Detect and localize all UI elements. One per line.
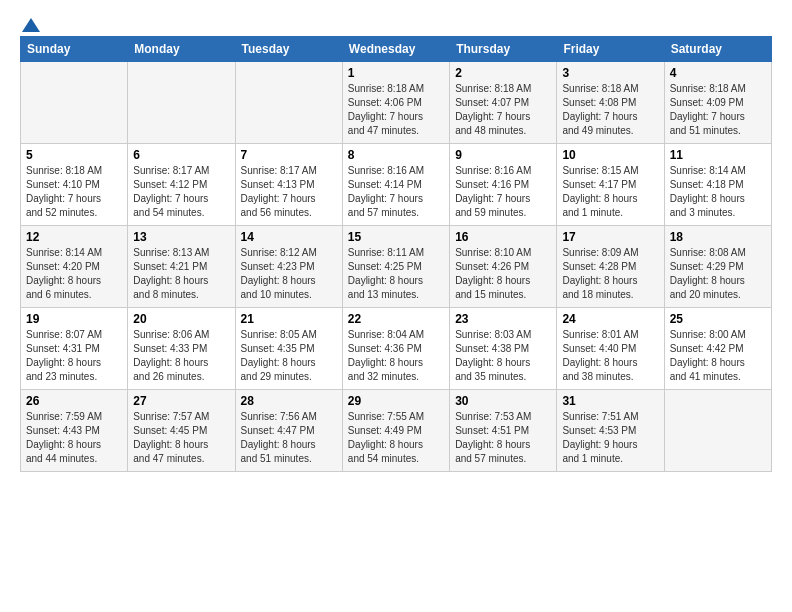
day-number: 31 bbox=[562, 394, 658, 408]
calendar-cell: 26Sunrise: 7:59 AM Sunset: 4:43 PM Dayli… bbox=[21, 390, 128, 472]
header-tuesday: Tuesday bbox=[235, 37, 342, 62]
day-info: Sunrise: 8:05 AM Sunset: 4:35 PM Dayligh… bbox=[241, 328, 337, 384]
logo-icon bbox=[22, 16, 40, 34]
calendar-cell: 11Sunrise: 8:14 AM Sunset: 4:18 PM Dayli… bbox=[664, 144, 771, 226]
calendar-cell: 13Sunrise: 8:13 AM Sunset: 4:21 PM Dayli… bbox=[128, 226, 235, 308]
day-number: 13 bbox=[133, 230, 229, 244]
day-info: Sunrise: 8:08 AM Sunset: 4:29 PM Dayligh… bbox=[670, 246, 766, 302]
day-number: 17 bbox=[562, 230, 658, 244]
day-info: Sunrise: 7:59 AM Sunset: 4:43 PM Dayligh… bbox=[26, 410, 122, 466]
day-number: 3 bbox=[562, 66, 658, 80]
calendar-header-row: SundayMondayTuesdayWednesdayThursdayFrid… bbox=[21, 37, 772, 62]
day-number: 25 bbox=[670, 312, 766, 326]
day-number: 9 bbox=[455, 148, 551, 162]
calendar: SundayMondayTuesdayWednesdayThursdayFrid… bbox=[20, 36, 772, 472]
calendar-cell: 7Sunrise: 8:17 AM Sunset: 4:13 PM Daylig… bbox=[235, 144, 342, 226]
calendar-cell: 4Sunrise: 8:18 AM Sunset: 4:09 PM Daylig… bbox=[664, 62, 771, 144]
calendar-cell: 16Sunrise: 8:10 AM Sunset: 4:26 PM Dayli… bbox=[450, 226, 557, 308]
calendar-cell: 23Sunrise: 8:03 AM Sunset: 4:38 PM Dayli… bbox=[450, 308, 557, 390]
day-info: Sunrise: 7:56 AM Sunset: 4:47 PM Dayligh… bbox=[241, 410, 337, 466]
calendar-cell: 28Sunrise: 7:56 AM Sunset: 4:47 PM Dayli… bbox=[235, 390, 342, 472]
calendar-cell: 8Sunrise: 8:16 AM Sunset: 4:14 PM Daylig… bbox=[342, 144, 449, 226]
day-info: Sunrise: 8:14 AM Sunset: 4:18 PM Dayligh… bbox=[670, 164, 766, 220]
day-number: 15 bbox=[348, 230, 444, 244]
day-number: 7 bbox=[241, 148, 337, 162]
calendar-cell: 5Sunrise: 8:18 AM Sunset: 4:10 PM Daylig… bbox=[21, 144, 128, 226]
day-info: Sunrise: 8:04 AM Sunset: 4:36 PM Dayligh… bbox=[348, 328, 444, 384]
day-number: 11 bbox=[670, 148, 766, 162]
calendar-cell bbox=[235, 62, 342, 144]
header-monday: Monday bbox=[128, 37, 235, 62]
day-info: Sunrise: 7:55 AM Sunset: 4:49 PM Dayligh… bbox=[348, 410, 444, 466]
calendar-cell bbox=[21, 62, 128, 144]
day-number: 18 bbox=[670, 230, 766, 244]
day-info: Sunrise: 8:03 AM Sunset: 4:38 PM Dayligh… bbox=[455, 328, 551, 384]
calendar-cell bbox=[664, 390, 771, 472]
day-number: 23 bbox=[455, 312, 551, 326]
calendar-cell: 21Sunrise: 8:05 AM Sunset: 4:35 PM Dayli… bbox=[235, 308, 342, 390]
calendar-cell: 31Sunrise: 7:51 AM Sunset: 4:53 PM Dayli… bbox=[557, 390, 664, 472]
calendar-week-1: 5Sunrise: 8:18 AM Sunset: 4:10 PM Daylig… bbox=[21, 144, 772, 226]
header-thursday: Thursday bbox=[450, 37, 557, 62]
calendar-cell: 2Sunrise: 8:18 AM Sunset: 4:07 PM Daylig… bbox=[450, 62, 557, 144]
svg-marker-0 bbox=[22, 18, 40, 32]
day-info: Sunrise: 8:00 AM Sunset: 4:42 PM Dayligh… bbox=[670, 328, 766, 384]
day-number: 28 bbox=[241, 394, 337, 408]
day-number: 12 bbox=[26, 230, 122, 244]
day-number: 16 bbox=[455, 230, 551, 244]
day-number: 30 bbox=[455, 394, 551, 408]
calendar-cell: 9Sunrise: 8:16 AM Sunset: 4:16 PM Daylig… bbox=[450, 144, 557, 226]
day-number: 1 bbox=[348, 66, 444, 80]
day-number: 29 bbox=[348, 394, 444, 408]
calendar-cell bbox=[128, 62, 235, 144]
logo bbox=[20, 16, 40, 30]
day-info: Sunrise: 8:13 AM Sunset: 4:21 PM Dayligh… bbox=[133, 246, 229, 302]
day-number: 27 bbox=[133, 394, 229, 408]
day-info: Sunrise: 8:07 AM Sunset: 4:31 PM Dayligh… bbox=[26, 328, 122, 384]
day-info: Sunrise: 8:10 AM Sunset: 4:26 PM Dayligh… bbox=[455, 246, 551, 302]
day-number: 20 bbox=[133, 312, 229, 326]
calendar-cell: 6Sunrise: 8:17 AM Sunset: 4:12 PM Daylig… bbox=[128, 144, 235, 226]
day-number: 22 bbox=[348, 312, 444, 326]
calendar-cell: 25Sunrise: 8:00 AM Sunset: 4:42 PM Dayli… bbox=[664, 308, 771, 390]
day-number: 14 bbox=[241, 230, 337, 244]
calendar-cell: 27Sunrise: 7:57 AM Sunset: 4:45 PM Dayli… bbox=[128, 390, 235, 472]
calendar-cell: 1Sunrise: 8:18 AM Sunset: 4:06 PM Daylig… bbox=[342, 62, 449, 144]
day-info: Sunrise: 8:17 AM Sunset: 4:13 PM Dayligh… bbox=[241, 164, 337, 220]
header-saturday: Saturday bbox=[664, 37, 771, 62]
day-info: Sunrise: 7:57 AM Sunset: 4:45 PM Dayligh… bbox=[133, 410, 229, 466]
day-number: 26 bbox=[26, 394, 122, 408]
day-info: Sunrise: 8:16 AM Sunset: 4:14 PM Dayligh… bbox=[348, 164, 444, 220]
day-info: Sunrise: 8:09 AM Sunset: 4:28 PM Dayligh… bbox=[562, 246, 658, 302]
day-info: Sunrise: 8:01 AM Sunset: 4:40 PM Dayligh… bbox=[562, 328, 658, 384]
day-info: Sunrise: 8:18 AM Sunset: 4:08 PM Dayligh… bbox=[562, 82, 658, 138]
day-info: Sunrise: 7:51 AM Sunset: 4:53 PM Dayligh… bbox=[562, 410, 658, 466]
day-info: Sunrise: 8:18 AM Sunset: 4:06 PM Dayligh… bbox=[348, 82, 444, 138]
calendar-cell: 17Sunrise: 8:09 AM Sunset: 4:28 PM Dayli… bbox=[557, 226, 664, 308]
day-info: Sunrise: 8:16 AM Sunset: 4:16 PM Dayligh… bbox=[455, 164, 551, 220]
day-info: Sunrise: 8:12 AM Sunset: 4:23 PM Dayligh… bbox=[241, 246, 337, 302]
calendar-cell: 18Sunrise: 8:08 AM Sunset: 4:29 PM Dayli… bbox=[664, 226, 771, 308]
calendar-cell: 10Sunrise: 8:15 AM Sunset: 4:17 PM Dayli… bbox=[557, 144, 664, 226]
calendar-cell: 24Sunrise: 8:01 AM Sunset: 4:40 PM Dayli… bbox=[557, 308, 664, 390]
day-number: 5 bbox=[26, 148, 122, 162]
calendar-cell: 19Sunrise: 8:07 AM Sunset: 4:31 PM Dayli… bbox=[21, 308, 128, 390]
day-info: Sunrise: 8:18 AM Sunset: 4:07 PM Dayligh… bbox=[455, 82, 551, 138]
calendar-cell: 15Sunrise: 8:11 AM Sunset: 4:25 PM Dayli… bbox=[342, 226, 449, 308]
calendar-week-2: 12Sunrise: 8:14 AM Sunset: 4:20 PM Dayli… bbox=[21, 226, 772, 308]
calendar-cell: 14Sunrise: 8:12 AM Sunset: 4:23 PM Dayli… bbox=[235, 226, 342, 308]
day-info: Sunrise: 7:53 AM Sunset: 4:51 PM Dayligh… bbox=[455, 410, 551, 466]
day-number: 19 bbox=[26, 312, 122, 326]
calendar-cell: 30Sunrise: 7:53 AM Sunset: 4:51 PM Dayli… bbox=[450, 390, 557, 472]
calendar-cell: 22Sunrise: 8:04 AM Sunset: 4:36 PM Dayli… bbox=[342, 308, 449, 390]
day-info: Sunrise: 8:06 AM Sunset: 4:33 PM Dayligh… bbox=[133, 328, 229, 384]
header-wednesday: Wednesday bbox=[342, 37, 449, 62]
calendar-week-0: 1Sunrise: 8:18 AM Sunset: 4:06 PM Daylig… bbox=[21, 62, 772, 144]
day-number: 4 bbox=[670, 66, 766, 80]
day-number: 2 bbox=[455, 66, 551, 80]
day-info: Sunrise: 8:17 AM Sunset: 4:12 PM Dayligh… bbox=[133, 164, 229, 220]
day-info: Sunrise: 8:18 AM Sunset: 4:10 PM Dayligh… bbox=[26, 164, 122, 220]
day-number: 24 bbox=[562, 312, 658, 326]
calendar-cell: 12Sunrise: 8:14 AM Sunset: 4:20 PM Dayli… bbox=[21, 226, 128, 308]
calendar-week-3: 19Sunrise: 8:07 AM Sunset: 4:31 PM Dayli… bbox=[21, 308, 772, 390]
